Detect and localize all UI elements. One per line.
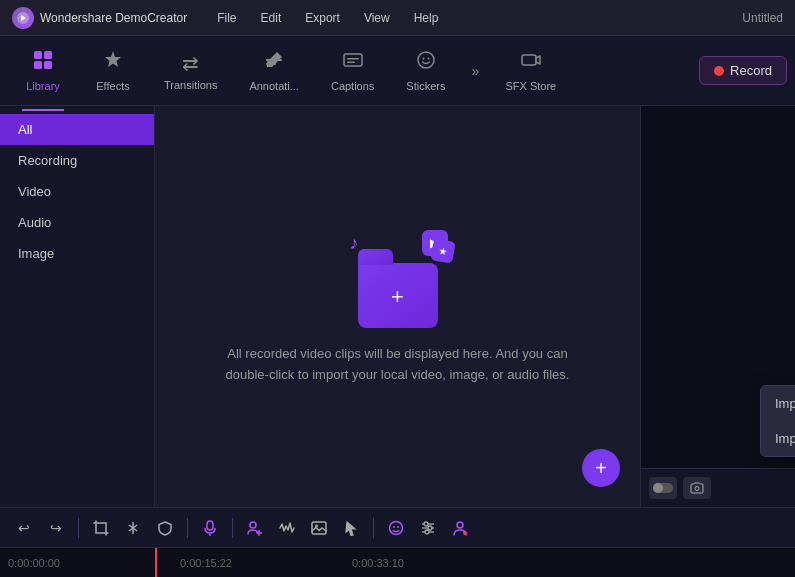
music-note-icon: ♪: [350, 233, 359, 254]
right-panel: Import Media files Import a Media Folder: [640, 106, 795, 507]
face-button[interactable]: [382, 514, 410, 542]
library-content: ♪ ▶ + ★ All recorded video clips will be…: [155, 106, 640, 507]
svg-rect-1: [34, 51, 42, 59]
bottom-toolbar: ↩ ↪: [0, 507, 795, 547]
dropdown-import-media[interactable]: Import Media files: [761, 386, 795, 421]
menu-view[interactable]: View: [354, 7, 400, 29]
svg-point-18: [250, 522, 256, 528]
record-label: Record: [730, 63, 772, 78]
sticker-icon: ★: [430, 238, 455, 263]
svg-point-30: [428, 526, 432, 530]
timeline: 0:00:00:00 0:00:15:22 0:00:33:10: [0, 547, 795, 577]
person-add-button[interactable]: [241, 514, 269, 542]
svg-point-12: [427, 58, 429, 60]
panel-toggle-btn[interactable]: [649, 477, 677, 499]
image-edit-button[interactable]: [305, 514, 333, 542]
sidebar-item-all[interactable]: All: [0, 114, 154, 145]
menu-export[interactable]: Export: [295, 7, 350, 29]
menu-help[interactable]: Help: [404, 7, 449, 29]
folder-plus-icon: +: [391, 284, 404, 310]
app-name: Wondershare DemoCreator: [40, 11, 187, 25]
sidebar: All Recording Video Audio Image: [0, 106, 155, 507]
svg-point-32: [457, 522, 463, 528]
captions-icon: [342, 49, 364, 76]
divider-2: [187, 518, 188, 538]
svg-point-10: [418, 52, 434, 68]
split-button[interactable]: [119, 514, 147, 542]
folder-icon: +: [358, 263, 438, 328]
cursor-button[interactable]: [337, 514, 365, 542]
panel-controls: [641, 468, 795, 507]
tab-effects[interactable]: Effects: [78, 41, 148, 101]
svg-point-31: [425, 530, 429, 534]
svg-rect-9: [347, 62, 355, 64]
toolbar-expand-btn[interactable]: »: [461, 57, 489, 85]
toolbar: Library Effects ⇄ Transitions: [0, 36, 795, 106]
panel-camera-btn[interactable]: [683, 477, 711, 499]
svg-point-11: [422, 58, 424, 60]
tab-captions[interactable]: Captions: [315, 41, 390, 101]
svg-rect-7: [344, 54, 362, 66]
svg-rect-3: [34, 61, 42, 69]
crop-button[interactable]: [87, 514, 115, 542]
timeline-marker-1: 0:00:15:22: [180, 557, 232, 569]
waveform-button[interactable]: [273, 514, 301, 542]
timeline-marker-2: 0:00:33:10: [352, 557, 404, 569]
sidebar-item-video[interactable]: Video: [0, 176, 154, 207]
svg-point-14: [695, 487, 699, 491]
sidebar-item-audio[interactable]: Audio: [0, 207, 154, 238]
sidebar-item-image[interactable]: Image: [0, 238, 154, 269]
dropdown-menu: Import Media files Import a Media Folder: [760, 385, 795, 457]
svg-point-29: [424, 522, 428, 526]
empty-state-icon: ♪ ▶ + ★: [338, 228, 458, 328]
svg-point-23: [390, 521, 403, 534]
library-icon: [32, 49, 54, 76]
svg-rect-2: [44, 51, 52, 59]
svg-rect-16: [207, 521, 213, 530]
tab-sfx[interactable]: SFX Store: [489, 41, 572, 101]
main-content: All Recording Video Audio Image ♪ ▶ + ★ …: [0, 106, 795, 507]
titlebar: Wondershare DemoCreator File Edit Export…: [0, 0, 795, 36]
tab-library-label: Library: [26, 80, 60, 92]
mic-button[interactable]: [196, 514, 224, 542]
redo-button[interactable]: ↪: [42, 514, 70, 542]
transitions-icon: ⇄: [182, 51, 199, 75]
tab-stickers[interactable]: Stickers: [390, 41, 461, 101]
svg-point-25: [397, 526, 399, 528]
sfx-icon: [520, 49, 542, 76]
logo-icon: [12, 7, 34, 29]
divider-1: [78, 518, 79, 538]
empty-state-text: All recorded video clips will be display…: [208, 344, 588, 386]
record-button[interactable]: Record: [699, 56, 787, 85]
tab-transitions[interactable]: ⇄ Transitions: [148, 41, 233, 101]
annotations-icon: [263, 49, 285, 76]
divider-3: [232, 518, 233, 538]
svg-rect-13: [522, 55, 536, 65]
svg-point-33: [463, 531, 467, 535]
eq-button[interactable]: [414, 514, 442, 542]
svg-rect-4: [44, 61, 52, 69]
tab-annotations-label: Annotati...: [249, 80, 299, 92]
svg-rect-8: [347, 58, 359, 60]
tab-sfx-label: SFX Store: [505, 80, 556, 92]
menu-file[interactable]: File: [207, 7, 246, 29]
svg-rect-21: [312, 522, 326, 534]
tab-captions-label: Captions: [331, 80, 374, 92]
tab-library[interactable]: Library: [8, 41, 78, 101]
tab-transitions-label: Transitions: [164, 79, 217, 91]
tab-stickers-label: Stickers: [406, 80, 445, 92]
shield-button[interactable]: [151, 514, 179, 542]
effects-icon: [102, 49, 124, 76]
empty-state: ♪ ▶ + ★ All recorded video clips will be…: [208, 228, 588, 386]
tab-annotations[interactable]: Annotati...: [233, 41, 315, 101]
dropdown-import-folder[interactable]: Import a Media Folder: [761, 421, 795, 456]
timeline-marker-0: 0:00:00:00: [8, 557, 60, 569]
person2-button[interactable]: [446, 514, 474, 542]
undo-button[interactable]: ↩: [10, 514, 38, 542]
menu-edit[interactable]: Edit: [251, 7, 292, 29]
window-title: Untitled: [742, 11, 783, 25]
stickers-icon: [415, 49, 437, 76]
tab-effects-label: Effects: [96, 80, 129, 92]
sidebar-item-recording[interactable]: Recording: [0, 145, 154, 176]
import-fab-button[interactable]: +: [582, 449, 620, 487]
